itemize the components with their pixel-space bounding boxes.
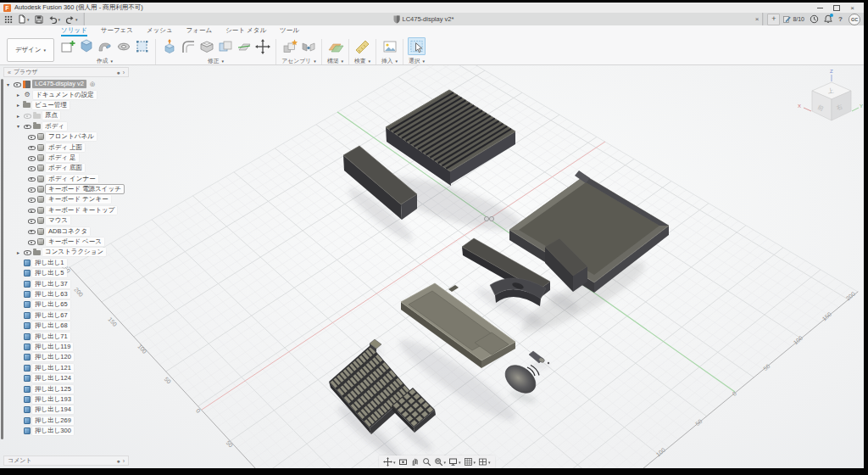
construction-plane-button[interactable]: [326, 37, 344, 55]
browser-body-item[interactable]: ボディ 上面: [3, 142, 152, 152]
close-button[interactable]: ×: [844, 3, 860, 13]
notifications-bell-icon[interactable]: [824, 14, 832, 24]
select-button[interactable]: [408, 37, 426, 55]
maximize-button[interactable]: [828, 3, 844, 13]
browser-feature-item[interactable]: 押し出し269: [3, 416, 152, 426]
document-tab[interactable]: LC475-display v2* ×: [84, 13, 764, 25]
caret-down-icon[interactable]: ▾: [5, 81, 11, 87]
tab-sheet-metal[interactable]: シート メタル: [225, 25, 266, 36]
tab-form[interactable]: フォーム: [186, 25, 213, 36]
panel-expand-icon[interactable]: ›: [123, 70, 125, 75]
tab-close-icon[interactable]: ×: [755, 13, 760, 25]
view-cube[interactable]: 上 前 右 Z X Y: [798, 69, 863, 120]
browser-feature-item[interactable]: 押し出し121: [3, 363, 152, 373]
group-insert-label[interactable]: 挿入: [381, 57, 393, 65]
group-modify-label[interactable]: 修正: [208, 57, 220, 65]
browser-feature-item[interactable]: 押し出し71: [3, 331, 152, 341]
job-status-clock-icon[interactable]: [808, 14, 821, 24]
minimize-button[interactable]: [812, 3, 828, 13]
eye-icon[interactable]: [27, 175, 36, 182]
viewcube-top-face[interactable]: 上: [827, 87, 834, 94]
undo-icon[interactable]: ▾: [47, 15, 63, 24]
group-select-label[interactable]: 選択: [409, 57, 420, 65]
browser-body-item[interactable]: フロントパネル: [3, 131, 152, 142]
eye-icon[interactable]: [27, 165, 36, 172]
group-create-label[interactable]: 作成: [97, 57, 108, 65]
save-icon[interactable]: [33, 15, 45, 24]
panel-options-icon[interactable]: ●: [116, 70, 120, 75]
browser-feature-item[interactable]: 押し出し194: [3, 405, 152, 415]
joint-button[interactable]: [299, 37, 317, 55]
browser-feature-item[interactable]: 押し出し65: [3, 299, 152, 310]
workspace-selector-button[interactable]: デザイン ▾: [7, 38, 54, 62]
browser-feature-item[interactable]: 押し出し1: [3, 258, 152, 268]
sketch-box-button[interactable]: [133, 37, 151, 55]
move-copy-button[interactable]: [253, 37, 271, 55]
look-at-button[interactable]: [398, 457, 408, 467]
shell-button[interactable]: [198, 37, 215, 55]
viewports-button[interactable]: ▾: [478, 457, 491, 467]
app-grid-menu-icon[interactable]: [3, 15, 14, 24]
fit-button[interactable]: ▾: [434, 457, 447, 467]
file-menu-icon[interactable]: ▾: [16, 14, 31, 24]
browser-body-item[interactable]: マウス: [3, 215, 152, 226]
eye-icon[interactable]: [27, 217, 36, 225]
browser-body-item[interactable]: キーボード テンキー: [3, 194, 152, 204]
eye-icon[interactable]: [27, 196, 36, 204]
collapse-panel-icon[interactable]: «: [8, 70, 11, 75]
browser-root-item[interactable]: ▾ LC475-display v2 ◎: [3, 79, 152, 89]
browser-feature-item[interactable]: 押し出し68: [3, 321, 152, 331]
browser-feature-item[interactable]: 押し出し37: [3, 278, 152, 288]
tab-surface[interactable]: サーフェス: [101, 25, 133, 36]
eye-icon[interactable]: [27, 186, 36, 193]
browser-item-origin[interactable]: ▸ 原点: [3, 110, 152, 120]
create-sketch-button[interactable]: [58, 37, 76, 55]
activate-component-icon[interactable]: ◎: [90, 81, 95, 87]
orbit-button[interactable]: ▾: [383, 457, 396, 467]
tab-tools[interactable]: ツール: [280, 25, 299, 36]
browser-feature-item[interactable]: 押し出し119: [3, 342, 152, 352]
browser-item-bodies-folder[interactable]: ▾ ボディ: [3, 121, 152, 131]
browser-item-named-views[interactable]: ▸ ビュー管理: [3, 100, 152, 110]
fillet-button[interactable]: [179, 37, 197, 55]
extrude-button[interactable]: [77, 37, 95, 55]
display-settings-button[interactable]: ▾: [448, 457, 461, 467]
eye-icon[interactable]: [23, 112, 31, 120]
browser-panel-header[interactable]: « ブラウザ ● ›: [3, 67, 129, 77]
eye-icon[interactable]: [27, 154, 36, 161]
new-component-button[interactable]: [281, 37, 298, 55]
press-pull-button[interactable]: [160, 37, 178, 55]
browser-feature-item[interactable]: 押し出し67: [3, 310, 152, 321]
caret-right-icon[interactable]: ▸: [15, 249, 21, 255]
revolve-button[interactable]: [114, 37, 132, 55]
browser-item-document-settings[interactable]: ▸ ⚙ ドキュメントの設定: [3, 89, 152, 99]
zoom-button[interactable]: [422, 457, 431, 467]
caret-right-icon[interactable]: ▸: [15, 102, 21, 108]
eye-icon[interactable]: [13, 81, 21, 88]
browser-body-item[interactable]: ADBコネクタ: [3, 226, 152, 236]
panel-options-icon[interactable]: ●: [116, 458, 120, 464]
browser-body-item[interactable]: キーボード ベース: [3, 237, 152, 247]
browser-feature-item[interactable]: 押し出し300: [3, 426, 152, 436]
browser-feature-item[interactable]: 押し出し125: [3, 383, 152, 394]
caret-right-icon[interactable]: ▸: [15, 113, 21, 119]
pan-button[interactable]: [410, 457, 420, 467]
group-assemble-label[interactable]: アセンブリ: [281, 57, 311, 65]
eye-icon[interactable]: [27, 227, 36, 235]
insert-canvas-button[interactable]: [381, 37, 398, 55]
eye-icon[interactable]: [23, 122, 31, 130]
grid-snaps-button[interactable]: ▾: [464, 457, 476, 467]
redo-icon[interactable]: ▾: [64, 15, 80, 24]
eye-icon[interactable]: [23, 249, 31, 256]
help-icon[interactable]: ?: [836, 14, 845, 24]
document-limit-badge[interactable]: 8/10: [783, 15, 804, 23]
browser-item-construction[interactable]: ▸ コンストラクション: [3, 247, 152, 257]
eye-icon[interactable]: [27, 238, 36, 246]
eye-icon[interactable]: [27, 143, 36, 151]
eye-icon[interactable]: [27, 133, 36, 141]
tab-mesh[interactable]: メッシュ: [147, 25, 173, 36]
part-case-top[interactable]: [386, 90, 515, 186]
group-inspect-label[interactable]: 検査: [354, 57, 366, 65]
avatar[interactable]: GC: [849, 14, 860, 25]
browser-body-item[interactable]: キーボード 電源スイッチ: [3, 184, 152, 194]
